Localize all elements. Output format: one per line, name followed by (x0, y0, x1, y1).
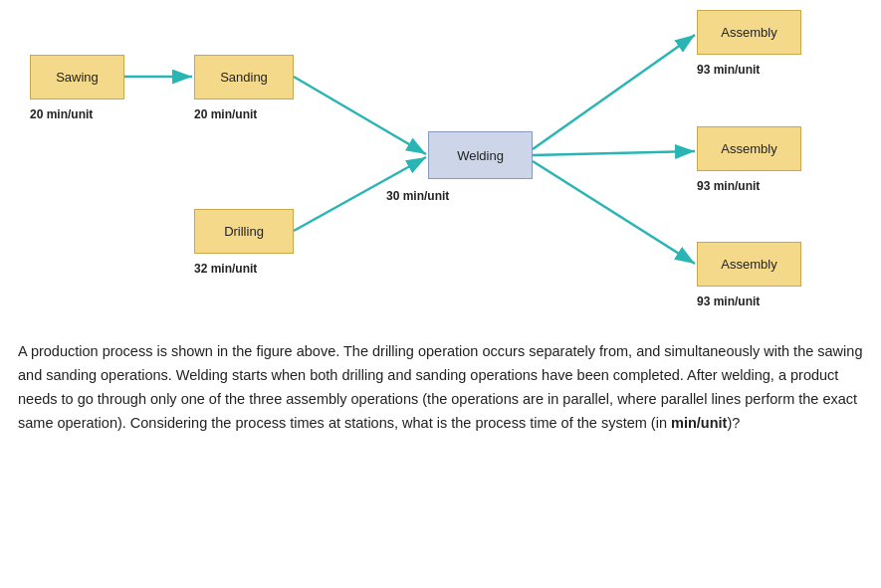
welding-time: 30 min/unit (386, 189, 449, 203)
assembly1-box: Assembly (697, 10, 801, 55)
assembly3-label: Assembly (721, 257, 776, 272)
sawing-time: 20 min/unit (30, 107, 93, 121)
assembly2-time: 93 min/unit (697, 179, 760, 193)
assembly1-label: Assembly (721, 25, 776, 40)
welding-box: Welding (428, 131, 533, 179)
svg-line-5 (533, 151, 695, 155)
sanding-time: 20 min/unit (194, 107, 257, 121)
drilling-time: 32 min/unit (194, 262, 257, 276)
sawing-label: Sawing (56, 70, 99, 85)
description-paragraph: A production process is shown in the fig… (18, 343, 862, 431)
sanding-box: Sanding (194, 55, 294, 99)
assembly3-box: Assembly (697, 242, 801, 287)
sanding-label: Sanding (220, 70, 268, 85)
svg-line-2 (294, 77, 426, 154)
welding-label: Welding (457, 148, 504, 163)
diagram-area: Sawing 20 min/unit Sanding 20 min/unit D… (0, 0, 881, 328)
svg-line-4 (533, 35, 695, 149)
assembly2-box: Assembly (697, 126, 801, 171)
assembly1-time: 93 min/unit (697, 63, 760, 77)
assembly2-label: Assembly (721, 141, 776, 156)
sawing-box: Sawing (30, 55, 124, 99)
assembly3-time: 93 min/unit (697, 294, 760, 308)
description-text: A production process is shown in the fig… (0, 328, 881, 454)
drilling-label: Drilling (224, 224, 264, 239)
drilling-box: Drilling (194, 209, 294, 254)
svg-line-6 (533, 161, 695, 264)
